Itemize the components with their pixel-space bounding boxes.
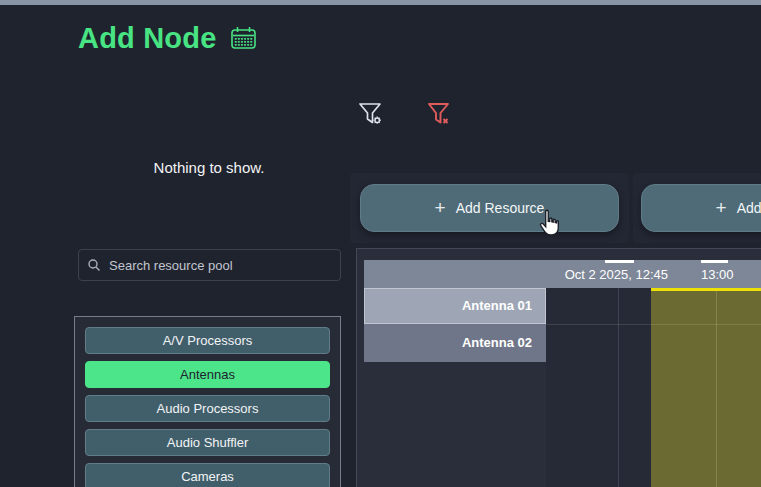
timeline-time-label: 13:00 xyxy=(701,267,734,282)
timeline-row-divider xyxy=(546,324,761,325)
search-icon xyxy=(87,258,101,272)
resource-category-list: A/V Processors Antennas Audio Processors… xyxy=(74,316,341,487)
filter-settings-icon[interactable] xyxy=(358,101,384,127)
calendar-icon xyxy=(229,24,258,53)
scheduler-timeline: Oct 2 2025, 12:45 13:00 Antenna 01 Anten… xyxy=(356,248,761,487)
category-cameras[interactable]: Cameras xyxy=(85,463,330,487)
timeline-tick xyxy=(701,260,728,263)
page-header: Add Node xyxy=(78,22,258,55)
page-title: Add Node xyxy=(78,22,217,55)
add-resource-label: Add Resource xyxy=(456,200,545,216)
top-strip xyxy=(0,0,761,5)
timeline-gridline xyxy=(716,291,717,487)
search-resource-pool-box[interactable] xyxy=(78,249,341,281)
category-audio-processors[interactable]: Audio Processors xyxy=(85,395,330,422)
category-antennas[interactable]: Antennas xyxy=(85,361,330,388)
timeline-selection-region xyxy=(651,288,761,487)
category-av-processors[interactable]: A/V Processors xyxy=(85,327,330,354)
timeline-grid[interactable] xyxy=(546,288,761,487)
timeline-header: Oct 2 2025, 12:45 13:00 xyxy=(364,260,761,288)
plus-icon: + xyxy=(435,198,446,217)
add-resource-button-secondary[interactable]: + Add Resource xyxy=(641,184,761,232)
category-audio-shuffler[interactable]: Audio Shuffler xyxy=(85,429,330,456)
add-resource-button[interactable]: + Add Resource xyxy=(360,184,619,232)
search-input[interactable] xyxy=(109,258,332,273)
add-resource-label: Add Resource xyxy=(737,200,761,216)
empty-state-message: Nothing to show. xyxy=(68,159,350,176)
timeline-date-label: Oct 2 2025, 12:45 xyxy=(565,267,668,282)
timeline-row-antenna-02[interactable]: Antenna 02 xyxy=(364,324,546,362)
timeline-row-antenna-01[interactable]: Antenna 01 xyxy=(364,288,546,324)
plus-icon: + xyxy=(716,198,727,217)
timeline-gridline xyxy=(618,288,619,487)
timeline-tick xyxy=(605,260,634,263)
filter-clear-icon[interactable] xyxy=(426,101,452,127)
